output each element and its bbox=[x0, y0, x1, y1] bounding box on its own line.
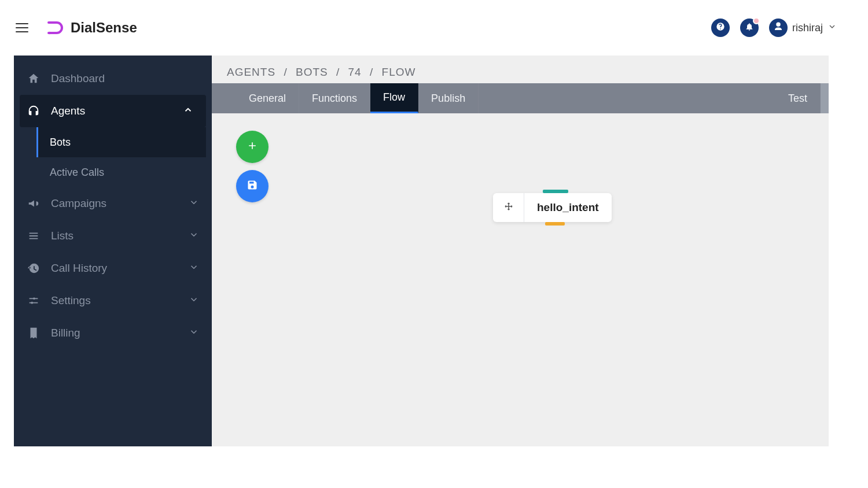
sidebar-submenu-agents: Bots Active Calls bbox=[36, 127, 212, 187]
sidebar-item-call-history[interactable]: Call History bbox=[14, 252, 212, 284]
notifications-button[interactable] bbox=[740, 19, 759, 37]
tab-general[interactable]: General bbox=[236, 83, 299, 113]
breadcrumb: AGENTS / BOTS / 74 / FLOW bbox=[212, 56, 829, 83]
tab-publish[interactable]: Publish bbox=[418, 83, 479, 113]
tab-flow[interactable]: Flow bbox=[370, 83, 418, 113]
tab-label: Publish bbox=[431, 93, 465, 105]
history-icon bbox=[27, 261, 41, 275]
svg-point-0 bbox=[49, 32, 51, 34]
sidebar-item-label: Call History bbox=[51, 262, 107, 275]
tab-label: General bbox=[249, 93, 286, 105]
tabbar-end-cap bbox=[821, 83, 829, 113]
chevron-down-icon bbox=[189, 197, 199, 210]
sidebar-subitem-active-calls[interactable]: Active Calls bbox=[36, 157, 212, 187]
sidebar-item-settings[interactable]: Settings bbox=[14, 284, 212, 317]
sidebar-subitem-label: Bots bbox=[50, 136, 71, 149]
user-menu[interactable]: rishiraj bbox=[769, 19, 837, 37]
headset-icon bbox=[27, 104, 41, 118]
brand-logo-icon bbox=[46, 20, 66, 35]
breadcrumb-item[interactable]: BOTS bbox=[296, 66, 328, 78]
receipt-icon bbox=[27, 326, 41, 340]
sidebar-item-label: Lists bbox=[51, 230, 73, 242]
menu-toggle-button[interactable] bbox=[14, 20, 30, 36]
topbar-actions: rishiraj bbox=[711, 19, 854, 37]
sidebar: Dashboard Agents Bots Active Calls Campa… bbox=[14, 56, 212, 446]
flow-node[interactable]: hello_intent bbox=[493, 193, 612, 222]
save-icon bbox=[247, 179, 258, 193]
plus-icon bbox=[247, 140, 258, 154]
sidebar-subitem-label: Active Calls bbox=[50, 167, 104, 179]
tab-label: Flow bbox=[383, 91, 405, 103]
sliders-icon bbox=[27, 294, 41, 308]
chevron-down-icon bbox=[827, 22, 837, 34]
topbar: DialSense rishiraj bbox=[14, 0, 854, 56]
user-icon bbox=[773, 21, 784, 34]
sidebar-item-label: Agents bbox=[51, 105, 85, 117]
brand[interactable]: DialSense bbox=[46, 20, 137, 36]
chevron-down-icon bbox=[189, 230, 199, 243]
brand-name: DialSense bbox=[71, 20, 137, 36]
svg-point-2 bbox=[31, 302, 33, 304]
breadcrumb-item[interactable]: AGENTS bbox=[227, 66, 275, 78]
user-name: rishiraj bbox=[792, 22, 823, 34]
breadcrumb-separator: / bbox=[370, 66, 373, 78]
tab-test[interactable]: Test bbox=[775, 83, 821, 113]
chevron-down-icon bbox=[189, 294, 199, 308]
help-button[interactable] bbox=[711, 19, 730, 37]
list-icon bbox=[27, 229, 41, 243]
tab-label: Functions bbox=[312, 93, 357, 105]
sidebar-item-label: Billing bbox=[51, 327, 80, 339]
sidebar-item-campaigns[interactable]: Campaigns bbox=[14, 187, 212, 220]
sidebar-item-billing[interactable]: Billing bbox=[14, 317, 212, 349]
home-icon bbox=[27, 72, 41, 86]
svg-point-1 bbox=[33, 298, 35, 300]
node-drag-handle[interactable] bbox=[493, 193, 524, 222]
sidebar-item-label: Dashboard bbox=[51, 72, 105, 85]
notification-dot bbox=[753, 17, 760, 24]
tab-label: Test bbox=[788, 93, 807, 105]
avatar bbox=[769, 19, 788, 37]
megaphone-icon bbox=[27, 197, 41, 210]
save-button[interactable] bbox=[236, 170, 269, 202]
bell-icon bbox=[745, 22, 754, 34]
tabbar: General Functions Flow Publish Test bbox=[212, 83, 829, 113]
flow-canvas[interactable]: hello_intent bbox=[212, 120, 829, 446]
breadcrumb-separator: / bbox=[336, 66, 340, 78]
chevron-up-icon bbox=[183, 105, 193, 118]
node-output-port[interactable] bbox=[545, 222, 565, 225]
chevron-down-icon bbox=[189, 262, 199, 275]
help-icon bbox=[716, 22, 725, 34]
breadcrumb-item[interactable]: FLOW bbox=[382, 66, 416, 78]
sidebar-item-label: Campaigns bbox=[51, 197, 106, 210]
sidebar-item-label: Settings bbox=[51, 294, 91, 307]
sidebar-item-lists[interactable]: Lists bbox=[14, 220, 212, 252]
breadcrumb-separator: / bbox=[284, 66, 287, 78]
node-label: hello_intent bbox=[524, 193, 612, 222]
breadcrumb-item[interactable]: 74 bbox=[348, 66, 362, 78]
sidebar-item-agents[interactable]: Agents bbox=[20, 95, 206, 127]
sidebar-item-dashboard[interactable]: Dashboard bbox=[14, 62, 212, 95]
sidebar-subitem-bots[interactable]: Bots bbox=[36, 127, 206, 157]
tab-functions[interactable]: Functions bbox=[299, 83, 370, 113]
move-icon bbox=[503, 201, 514, 214]
main-content: AGENTS / BOTS / 74 / FLOW General Functi… bbox=[212, 56, 829, 446]
chevron-down-icon bbox=[189, 327, 199, 340]
node-input-port[interactable] bbox=[543, 190, 568, 193]
add-node-button[interactable] bbox=[236, 131, 269, 163]
